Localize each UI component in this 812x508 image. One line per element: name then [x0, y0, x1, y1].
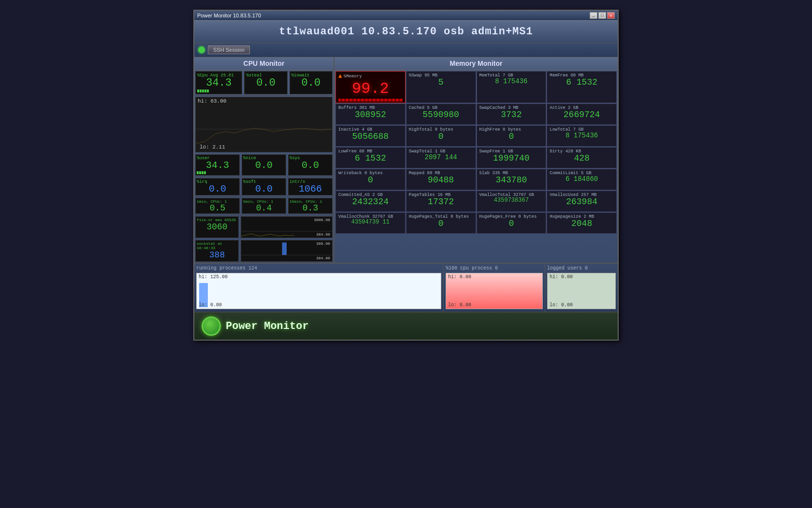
logged-lo: lo: 0.00 [550, 302, 573, 308]
processes-graph: hi: 125.00 lo: 0.00 [196, 273, 441, 309]
ubar3 [202, 171, 203, 174]
mem-cell-11: LowTotal 7 GB 8 175436 [547, 125, 617, 147]
mem-value-18: 343780 [479, 176, 544, 185]
processes-section: running processes 124 hi: 125.00 lo: 0.0… [194, 264, 444, 312]
window-controls: _ □ ✕ [590, 12, 615, 19]
cpu-avg-bars [197, 90, 240, 92]
steal-value: 0.0 [246, 78, 285, 89]
app-title: ttlwauad001 10.83.5.170 osb admin+MS1 [194, 21, 618, 43]
mem-percent-label: %Memory [344, 74, 362, 79]
cpu-top-row: %Cpu Avg 25.81 34.3 %steal 0.0 %iowai [194, 70, 334, 96]
irq-widget: %irq 0.0 [195, 178, 240, 195]
mem-value-4: 308952 [338, 110, 403, 120]
file-value: 3060 [197, 222, 237, 232]
mem-value-5: 5590980 [409, 110, 473, 120]
ssh-session-button[interactable]: SSH Session [208, 45, 250, 54]
processes-lo: lo: 0.00 [199, 302, 222, 308]
logged-section: logged users 0 hi: 0.00 lo: 0.00 [545, 264, 618, 312]
mem-value-19: 6 184860 [550, 176, 614, 183]
nice-value: 0.0 [243, 161, 285, 170]
mem-cell-24: VmallocChunk 32767 GB 43594739 11 [335, 212, 406, 234]
sockstat-label: sockstat at 10:48:33 [197, 241, 237, 250]
ubar1 [197, 171, 199, 174]
sockstat-lo: 384.00 [316, 256, 330, 260]
mem-percent-bar [338, 99, 403, 102]
cpu-pct-label: %100 cpu process 0 [445, 265, 544, 272]
minimize-button[interactable]: _ [590, 12, 597, 19]
irq-value: 0.0 [197, 184, 238, 194]
title-bar: Power Monitor 10.83.5.170 _ □ ✕ [194, 11, 618, 21]
iowait-widget: %iowait 0.0 [290, 71, 333, 94]
close-button[interactable]: ✕ [607, 12, 615, 19]
mem-warning-icon: ▲ [338, 73, 342, 80]
memory-section: Memory Monitor ▲ %Memory 99.2 %Swap 95 M… [334, 57, 618, 263]
mem-value-9: 0 [409, 132, 473, 142]
bar2 [200, 90, 202, 92]
mem-cell-22: VmallocTotal 32767 GB 4359738367 [477, 191, 547, 212]
bottom-area: running processes 124 hi: 125.00 lo: 0.0… [194, 263, 618, 312]
cpu-graph-canvas [196, 105, 332, 149]
mem-cell-17: Mapped 88 MB 90488 [406, 169, 476, 190]
mem-value-7: 2669724 [550, 110, 614, 120]
sockstat-widget: sockstat at 10:48:33 388 [195, 240, 239, 262]
load15-value: 0.3 [290, 204, 331, 212]
mem-cell-5: Cached 5 GB 5590980 [406, 104, 476, 125]
mem-value-3: 6 1532 [550, 78, 614, 88]
mem-value-26: 0 [479, 219, 544, 229]
mem-cell-1: %Swap 95 MB 5 [406, 71, 476, 103]
main-window: Power Monitor 10.83.5.170 _ □ ✕ ttlwauad… [193, 10, 619, 341]
mem-value-12: 6 1532 [338, 154, 403, 164]
load5-value: 0.4 [243, 204, 285, 212]
window-title: Power Monitor 10.83.5.170 [197, 13, 261, 18]
mem-cell-8: Inactive 4 GB 5056688 [335, 125, 406, 147]
load15-widget: 15min, CPUs: 1 0.3 [288, 198, 333, 214]
mem-cell-13: SwapTotal 1 GB 2097 144 [406, 147, 476, 168]
sockstat-value: 388 [197, 250, 237, 260]
mem-cell-18: Slab 335 MB 343780 [477, 169, 547, 190]
mem-value-16: 0 [338, 176, 403, 185]
mem-value-10: 0 [479, 132, 544, 142]
mem-value-20: 2432324 [338, 197, 403, 207]
mem-value-22: 4359738367 [479, 197, 544, 204]
io-graph: 3000.00 384.00 [241, 216, 333, 238]
ssh-indicator [198, 46, 205, 53]
processes-hi: hi: 125.00 [199, 274, 228, 280]
mem-cell-7: Active 2 GB 2669724 [547, 104, 617, 125]
mem-cell-23: VmallocUsed 257 MB 263984 [547, 191, 617, 212]
intr-widget: intr/s 1066 [288, 178, 333, 195]
cpu-graph-area: hi: 63.00 lo: 2.11 [195, 97, 333, 152]
mem-cell-12: LowFree 60 MB 6 1532 [335, 147, 406, 168]
sys-value: 0.0 [290, 161, 331, 170]
mem-value-13: 2097 144 [409, 154, 473, 161]
mem-value-23: 263984 [550, 197, 614, 207]
load5-widget: 5min, CPUs: 1 0.4 [242, 198, 286, 214]
monitors-area: CPU Monitor %Cpu Avg 25.81 34.3 %steal [194, 57, 618, 263]
mem-cell-10: HighFree 0 bytes 0 [477, 125, 547, 147]
mem-value-27: 2048 [550, 219, 614, 229]
mem-cell-20: Committed_AS 2 GB 2432324 [335, 191, 406, 212]
cpu-avg-value: 34.3 [197, 78, 240, 89]
soft-value: 0.0 [243, 184, 285, 194]
mem-cell-4: Buffers 301 MB 308952 [335, 104, 406, 125]
bar1 [197, 90, 199, 92]
memory-header: Memory Monitor [334, 57, 618, 70]
mem-cell-19: CommitLimit 5 GB 6 184860 [547, 169, 617, 190]
mem-cell-16: Writeback 0 bytes 0 [335, 169, 406, 190]
mem-value-15: 428 [550, 154, 614, 164]
bar5 [207, 90, 209, 92]
logged-label: logged users 0 [546, 265, 617, 272]
sockstat-graph: 389.00 384.00 [241, 240, 333, 262]
memory-grid: ▲ %Memory 99.2 %Swap 95 MB 5 MemTotal 7 … [334, 70, 618, 235]
mem-value-17: 90488 [409, 176, 473, 185]
bar3 [202, 90, 204, 92]
mem-cell-27: Hugepagesize 2 MB 2048 [547, 212, 617, 234]
ubar4 [204, 171, 206, 174]
power-icon [202, 316, 221, 336]
maximize-button[interactable]: □ [598, 12, 606, 19]
cpu-pct-graph: hi: 0.00 lo: 0.00 [446, 273, 543, 309]
mem-cell-3: MemFree 60 MB 6 1532 [547, 71, 617, 103]
mem-value-25: 0 [409, 219, 473, 229]
mem-value-2: 8 175436 [479, 78, 544, 85]
cpu-graph-hi: hi: 63.00 [196, 97, 332, 105]
mem-cell-15: Dirty 428 KB 428 [547, 147, 617, 168]
